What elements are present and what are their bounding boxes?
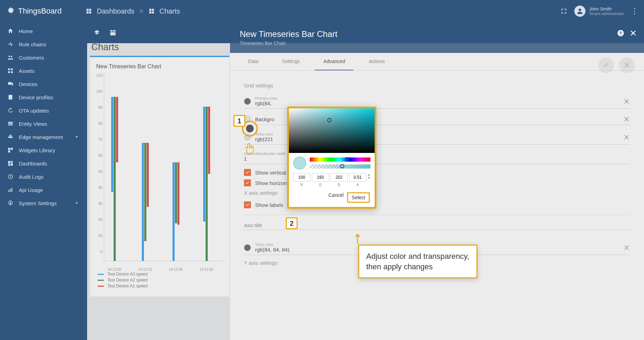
sidebar-item-entity-views[interactable]: Entity Views: [0, 117, 87, 130]
b-input[interactable]: [330, 173, 348, 181]
svg-point-9: [9, 56, 10, 57]
sidebar-item-rule-chains[interactable]: Rule chains: [0, 38, 87, 51]
sidebar-item-audit[interactable]: Audit Logs: [0, 170, 87, 183]
svg-rect-16: [12, 83, 13, 86]
sidebar-item-device-profiles[interactable]: Device profiles: [0, 91, 87, 104]
breadcrumb-root[interactable]: Dashboards: [97, 7, 135, 15]
svg-rect-0: [86, 9, 89, 11]
clear-icon[interactable]: [623, 116, 630, 123]
hue-slider[interactable]: [310, 157, 370, 162]
saturation-panel[interactable]: [289, 108, 375, 153]
svg-rect-28: [11, 163, 13, 166]
checkbox-checked-icon: [244, 169, 251, 176]
legend: Test Device A3 speedTest Device A2 speed…: [98, 272, 225, 288]
chart-widget[interactable]: Charts New Timeseries Bar Chart 11010090…: [90, 56, 229, 296]
svg-rect-3: [89, 11, 91, 14]
annotation-marker-2: 2: [286, 217, 298, 229]
svg-rect-17: [9, 95, 13, 100]
kebab-icon[interactable]: ⋮: [631, 7, 638, 16]
page-title: Charts: [91, 42, 119, 53]
sidebar-item-assets[interactable]: Assets: [0, 64, 87, 77]
sidebar-item-api-usage[interactable]: Api Usage: [0, 183, 87, 196]
svg-rect-7: [152, 11, 154, 14]
svg-rect-4: [149, 9, 151, 11]
assets-icon: [7, 68, 14, 74]
layers-icon[interactable]: [93, 29, 100, 36]
clear-icon[interactable]: [623, 98, 630, 105]
svg-rect-13: [8, 71, 10, 73]
r-input[interactable]: [293, 173, 310, 181]
svg-rect-19: [8, 123, 13, 124]
grid-settings-heading: Grid settings: [244, 83, 630, 88]
panel-subtitle: Timeseries Bar Chart: [240, 40, 634, 46]
sat-cursor[interactable]: [327, 118, 331, 122]
svg-point-34: [10, 202, 12, 204]
user-name: John Smith: [589, 6, 624, 12]
hue-thumb[interactable]: [345, 157, 349, 161]
sidebar: Home Rule chains Customers Assets Device…: [0, 22, 87, 340]
tabs: Data Settings Advanced Actions: [230, 53, 644, 71]
sidebar-item-customers[interactable]: Customers: [0, 51, 87, 64]
sidebar-item-ota[interactable]: OTA updates: [0, 104, 87, 117]
flow-icon: [7, 41, 14, 47]
pointer-hand-icon: [244, 142, 255, 155]
tab-settings[interactable]: Settings: [274, 53, 308, 70]
cancel-fab[interactable]: [619, 57, 635, 73]
chevron-down-icon: [73, 200, 80, 206]
svg-rect-6: [149, 11, 151, 14]
apply-fab[interactable]: [598, 57, 614, 73]
tab-data[interactable]: Data: [240, 53, 267, 70]
svg-rect-27: [11, 161, 13, 163]
a-input[interactable]: [349, 173, 367, 181]
dashboard-icon: [86, 8, 92, 14]
annotation-callout: Adjust color and transparency, then appl…: [358, 245, 477, 278]
svg-rect-25: [8, 150, 10, 153]
svg-rect-1: [89, 9, 91, 11]
widgets-icon: [7, 147, 14, 153]
sidebar-item-settings[interactable]: System Settings: [0, 196, 87, 210]
widget-title: New Timeseries Bar Chart: [96, 63, 225, 70]
close-icon[interactable]: [629, 29, 637, 37]
svg-text:?: ?: [619, 31, 622, 36]
chart-plot: 1101009080706050403020100 14:12:0014:12:…: [94, 73, 225, 261]
cancel-button[interactable]: Cancel: [328, 192, 344, 203]
svg-rect-35: [110, 30, 113, 32]
svg-rect-31: [8, 190, 9, 192]
g-input[interactable]: [312, 173, 329, 181]
grid-icon[interactable]: [109, 29, 116, 36]
clear-icon[interactable]: [623, 134, 630, 141]
axis-title-input[interactable]: [244, 221, 630, 230]
avatar-icon: [574, 6, 585, 17]
help-icon[interactable]: ?: [617, 29, 624, 37]
svg-point-8: [579, 9, 581, 11]
tab-actions[interactable]: Actions: [360, 53, 393, 70]
sidebar-item-dashboards[interactable]: Dashboards: [0, 157, 87, 170]
fullscreen-icon[interactable]: [560, 8, 567, 15]
sidebar-item-widgets[interactable]: Widgets Library: [0, 144, 87, 157]
views-icon: [7, 121, 14, 127]
panel-title: New Timeseries Bar Chart: [240, 29, 634, 39]
svg-rect-26: [8, 161, 10, 164]
edge-icon: [7, 134, 14, 140]
sidebar-item-devices[interactable]: Devices: [0, 77, 87, 91]
select-button[interactable]: Select: [347, 192, 370, 203]
user-menu[interactable]: John Smith Tenant administrator: [574, 6, 624, 17]
devices-icon: [7, 81, 14, 87]
alpha-thumb[interactable]: [340, 164, 344, 168]
clear-icon[interactable]: [623, 244, 630, 251]
profile-icon: [7, 94, 14, 100]
logo[interactable]: ThingsBoard: [6, 6, 86, 16]
sidebar-item-home[interactable]: Home: [0, 24, 87, 38]
svg-rect-12: [11, 68, 13, 70]
sidebar-item-edge[interactable]: Edge management: [0, 130, 87, 144]
color-picker-popup: R G B A ▲▼ Cancel Select: [287, 107, 376, 209]
tab-advanced[interactable]: Advanced: [315, 53, 353, 70]
breadcrumb-current[interactable]: Charts: [160, 7, 180, 15]
alpha-slider[interactable]: [310, 164, 370, 169]
svg-rect-36: [113, 30, 116, 32]
breadcrumb-sep: >: [139, 7, 144, 15]
checkbox-checked-icon: [244, 179, 251, 186]
topbar: ThingsBoard Dashboards > Charts John Smi…: [0, 0, 644, 22]
dashboard-icon: [7, 160, 14, 167]
format-toggle[interactable]: ▲▼: [368, 173, 370, 179]
